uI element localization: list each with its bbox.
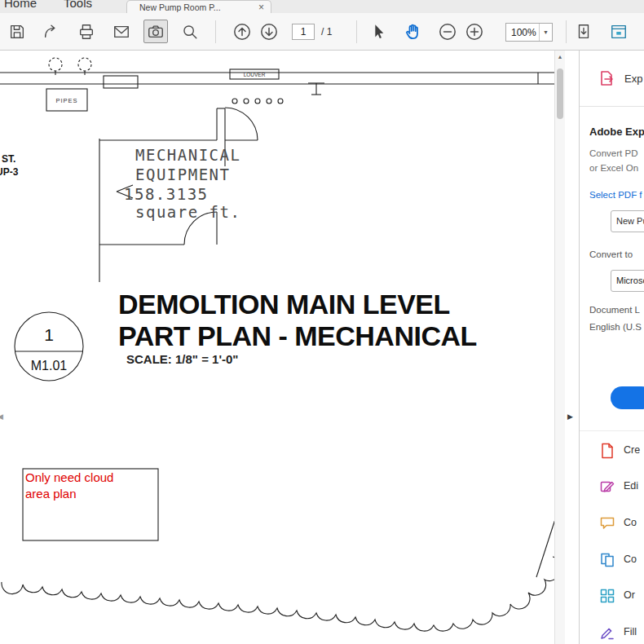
hand-tool-button[interactable]: [403, 21, 424, 42]
door-swing-arc: [225, 108, 258, 140]
tool-create-pdf[interactable]: Cre: [580, 433, 644, 469]
convert-button[interactable]: [611, 386, 644, 409]
grid-bubble: [78, 58, 91, 71]
room-text: EQUIPMENT: [135, 165, 230, 183]
export-pdf-label: Exp: [624, 73, 642, 85]
stair-label: UP-3: [0, 166, 19, 178]
fit-view-button[interactable]: [608, 21, 629, 42]
room-text: square ft.: [135, 203, 240, 221]
tool-label: Edi: [624, 480, 638, 492]
revision-cloud-annotation[interactable]: [2, 557, 554, 631]
email-icon: [112, 23, 130, 41]
export-pdf-icon: [598, 69, 615, 87]
snapshot-camera-icon: [147, 23, 165, 41]
plan-title-line2: PART PLAN - MECHANICAL: [118, 320, 477, 351]
pdf-document-viewer[interactable]: LOUVER PIPES MECHANI: [0, 51, 579, 644]
detail-sheet-number: M1.01: [31, 359, 68, 373]
toolbar-separator: [215, 20, 216, 43]
page-up-icon: [232, 22, 252, 42]
search-button[interactable]: [179, 21, 201, 42]
panel-description: or Excel On: [589, 163, 638, 173]
organize-pages-icon: [599, 588, 615, 607]
page-scroll-icon: [575, 23, 593, 41]
detail-number: 1: [44, 325, 54, 344]
annotation-text-line2: area plan: [25, 487, 77, 501]
pdf-page-drawing: LOUVER PIPES MECHANI: [0, 51, 554, 644]
pipes-label: PIPES: [55, 97, 77, 104]
stair-label: ST.: [2, 153, 15, 165]
page-total-label: / 1: [321, 26, 332, 37]
tools-panel: Exp Adobe Exp Convert PD or Excel On Sel…: [579, 51, 644, 644]
panel-heading: Adobe Exp: [589, 126, 644, 138]
selected-file-dropdown[interactable]: New Pum: [611, 210, 644, 232]
tool-combine-files[interactable]: Co: [580, 542, 644, 578]
tool-fill-sign[interactable]: Fill: [580, 615, 644, 644]
zoom-level-value: 100%: [506, 27, 539, 38]
plan-title-line1: DEMOLTION MAIN LEVEL: [118, 289, 450, 320]
menu-tools[interactable]: Tools: [64, 0, 92, 11]
document-language-label: Document L: [589, 305, 640, 315]
snapshot-button[interactable]: [143, 20, 168, 43]
page-view-button[interactable]: [573, 21, 594, 42]
select-tool-button[interactable]: [368, 21, 389, 42]
chevron-down-icon[interactable]: ▼: [540, 29, 552, 35]
zoom-out-button[interactable]: [437, 21, 458, 42]
zoom-in-button[interactable]: [464, 21, 485, 42]
panel-description: Convert PD: [589, 148, 637, 158]
document-tab-label: New Pump Room P...: [127, 2, 252, 12]
acrobat-window: Home Tools New Pump Room P... ×: [0, 0, 644, 644]
tool-comment[interactable]: Co: [580, 505, 644, 541]
close-tab-icon[interactable]: ×: [252, 2, 271, 13]
next-page-button[interactable]: [258, 21, 280, 42]
fill-sign-icon: [599, 624, 615, 644]
room-text: 158.3135: [124, 185, 209, 203]
tool-label: Or: [624, 589, 635, 601]
zoom-level-dropdown[interactable]: 100% ▼: [505, 23, 553, 42]
print-button[interactable]: [76, 21, 97, 42]
create-pdf-icon: [599, 443, 615, 462]
zoom-out-icon: [438, 22, 457, 42]
menu-home[interactable]: Home: [4, 0, 37, 11]
convert-to-label: Convert to: [589, 249, 633, 259]
page-down-icon: [259, 22, 279, 42]
search-icon: [181, 23, 199, 41]
pointer-cursor-icon: [369, 23, 387, 41]
scroll-up-icon[interactable]: ▲: [555, 51, 565, 62]
annotation-text-line1: Only need cloud: [25, 470, 113, 484]
break-line: [536, 489, 554, 577]
comment-icon: [599, 515, 615, 535]
select-pdf-file-link[interactable]: Select PDF f: [589, 190, 642, 200]
tool-edit-pdf[interactable]: Edi: [580, 469, 644, 505]
fit-width-icon: [610, 23, 628, 41]
scale-note: SCALE: 1/8" = 1'-0": [126, 352, 238, 366]
previous-page-button[interactable]: [232, 21, 253, 42]
print-icon: [77, 23, 95, 41]
toolbar-separator: [356, 20, 357, 43]
tool-label: Co: [624, 517, 637, 528]
zoom-in-icon: [465, 22, 484, 42]
save-button[interactable]: [7, 21, 28, 42]
scrollbar-thumb[interactable]: [557, 68, 563, 119]
collapse-left-pane-icon[interactable]: ◀: [0, 412, 3, 421]
panel-divider: [580, 430, 644, 431]
document-tab[interactable]: New Pump Room P... ×: [126, 0, 271, 13]
toolbar: / 1 100% ▼: [0, 13, 644, 51]
share-icon: [42, 23, 60, 41]
wall-recess: [104, 76, 138, 88]
collapse-right-pane-icon[interactable]: ▶: [567, 412, 573, 421]
email-button[interactable]: [111, 21, 132, 42]
export-pdf-item[interactable]: Exp: [580, 51, 644, 107]
tool-label: Fill: [624, 626, 637, 637]
tool-label: Cre: [624, 444, 640, 456]
tool-organize-pages[interactable]: Or: [580, 578, 644, 614]
toolbar-separator: [566, 20, 567, 43]
louver-label: LOUVER: [244, 72, 266, 77]
document-language-value: English (U.S: [589, 322, 642, 332]
tab-bar: Home Tools New Pump Room P... ×: [0, 0, 644, 13]
tool-label: Co: [624, 554, 637, 565]
format-dropdown[interactable]: Microsoft: [611, 270, 644, 292]
page-number-input[interactable]: [292, 24, 315, 40]
vertical-scrollbar[interactable]: ▲: [554, 51, 565, 644]
combine-files-icon: [599, 552, 615, 571]
share-button[interactable]: [41, 21, 62, 42]
